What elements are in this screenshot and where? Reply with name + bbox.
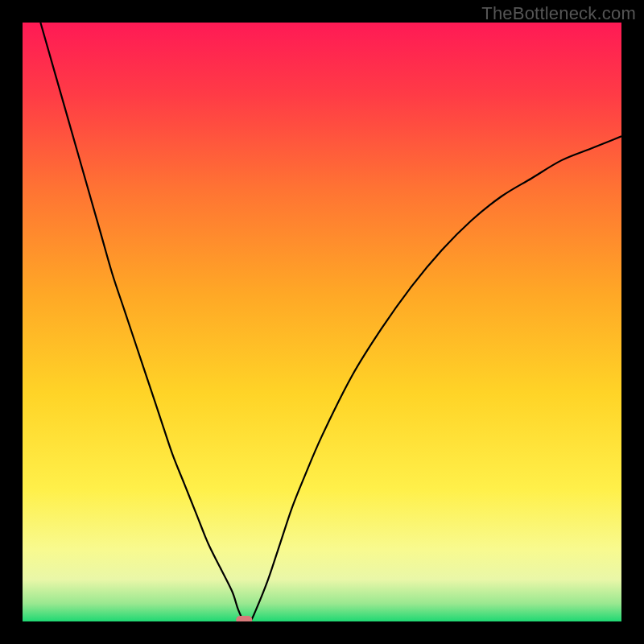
chart-background bbox=[23, 23, 621, 621]
marker-layer bbox=[236, 616, 252, 621]
chart-plot-area bbox=[23, 23, 621, 621]
chart-frame: TheBottleneck.com bbox=[0, 0, 644, 644]
minimum-marker bbox=[236, 616, 252, 621]
chart-svg bbox=[23, 23, 621, 621]
watermark-text: TheBottleneck.com bbox=[481, 3, 636, 24]
